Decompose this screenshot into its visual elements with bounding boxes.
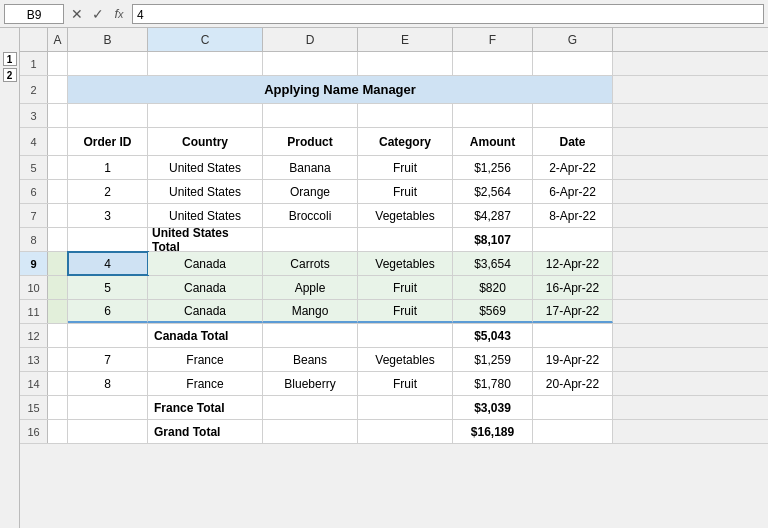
cell-date[interactable]: 6-Apr-22 [533, 180, 613, 203]
cell-category[interactable]: Vegetables [358, 204, 453, 227]
grand-total-label[interactable]: Grand Total [148, 420, 263, 443]
header-country[interactable]: Country [148, 128, 263, 155]
cell-a7[interactable] [48, 204, 68, 227]
cell-product[interactable]: Blueberry [263, 372, 358, 395]
cell-a1[interactable] [48, 52, 68, 75]
cell-amount[interactable]: $2,564 [453, 180, 533, 203]
outline-level-2[interactable]: 2 [3, 68, 17, 82]
subtotal-amount[interactable]: $8,107 [453, 228, 533, 251]
cell-a13[interactable] [48, 348, 68, 371]
cell-category[interactable]: Vegetables [358, 252, 453, 275]
cell-amount[interactable]: $569 [453, 300, 533, 323]
cell-product[interactable]: Orange [263, 180, 358, 203]
confirm-icon[interactable]: ✓ [89, 5, 107, 23]
cell-product[interactable]: Banana [263, 156, 358, 179]
cell-order-id[interactable]: 3 [68, 204, 148, 227]
cell-amount[interactable]: $3,654 [453, 252, 533, 275]
col-header-d[interactable]: D [263, 28, 358, 51]
header-date[interactable]: Date [533, 128, 613, 155]
cell-date[interactable]: 12-Apr-22 [533, 252, 613, 275]
cell-e15[interactable] [358, 396, 453, 419]
cell-g3[interactable] [533, 104, 613, 127]
cell-b1[interactable] [68, 52, 148, 75]
cell-e8[interactable] [358, 228, 453, 251]
formula-input[interactable]: 4 [132, 4, 764, 24]
subtotal-label[interactable]: Canada Total [148, 324, 263, 347]
cell-a6[interactable] [48, 180, 68, 203]
subtotal-amount[interactable]: $3,039 [453, 396, 533, 419]
col-header-f[interactable]: F [453, 28, 533, 51]
cell-category[interactable]: Fruit [358, 156, 453, 179]
cell-c3[interactable] [148, 104, 263, 127]
cell-date[interactable]: 16-Apr-22 [533, 276, 613, 299]
cell-category[interactable]: Fruit [358, 180, 453, 203]
cell-f1[interactable] [453, 52, 533, 75]
function-icon[interactable]: fx [110, 5, 128, 23]
cell-product[interactable]: Apple [263, 276, 358, 299]
cell-category[interactable]: Fruit [358, 276, 453, 299]
cell-order-id[interactable]: 8 [68, 372, 148, 395]
cell-reference-box[interactable]: B9 [4, 4, 64, 24]
cell-b8[interactable] [68, 228, 148, 251]
cell-g8[interactable] [533, 228, 613, 251]
cell-a15[interactable] [48, 396, 68, 419]
cell-date[interactable]: 19-Apr-22 [533, 348, 613, 371]
cell-d16[interactable] [263, 420, 358, 443]
cell-country[interactable]: France [148, 348, 263, 371]
cell-country[interactable]: United States [148, 156, 263, 179]
cell-country[interactable]: United States [148, 180, 263, 203]
cell-a12[interactable] [48, 324, 68, 347]
cell-e1[interactable] [358, 52, 453, 75]
cell-date[interactable]: 8-Apr-22 [533, 204, 613, 227]
cell-amount[interactable]: $4,287 [453, 204, 533, 227]
col-header-a[interactable]: A [48, 28, 68, 51]
cell-order-id[interactable]: 5 [68, 276, 148, 299]
col-header-g[interactable]: G [533, 28, 613, 51]
cell-product[interactable]: Beans [263, 348, 358, 371]
cell-date[interactable]: 20-Apr-22 [533, 372, 613, 395]
cancel-icon[interactable]: ✕ [68, 5, 86, 23]
cell-product[interactable]: Mango [263, 300, 358, 323]
cell-a5[interactable] [48, 156, 68, 179]
cell-category[interactable]: Vegetables [358, 348, 453, 371]
cell-product[interactable]: Carrots [263, 252, 358, 275]
cell-order-id[interactable]: 7 [68, 348, 148, 371]
cell-country[interactable]: Canada [148, 252, 263, 275]
cell-country[interactable]: Canada [148, 300, 263, 323]
cell-f3[interactable] [453, 104, 533, 127]
cell-e16[interactable] [358, 420, 453, 443]
cell-g1[interactable] [533, 52, 613, 75]
cell-b16[interactable] [68, 420, 148, 443]
subtotal-amount[interactable]: $5,043 [453, 324, 533, 347]
cell-country[interactable]: Canada [148, 276, 263, 299]
header-order-id[interactable]: Order ID [68, 128, 148, 155]
cell-date[interactable]: 17-Apr-22 [533, 300, 613, 323]
cell-e12[interactable] [358, 324, 453, 347]
cell-amount[interactable]: $1,256 [453, 156, 533, 179]
grand-total-amount[interactable]: $16,189 [453, 420, 533, 443]
cell-d1[interactable] [263, 52, 358, 75]
cell-a3[interactable] [48, 104, 68, 127]
cell-g12[interactable] [533, 324, 613, 347]
cell-d3[interactable] [263, 104, 358, 127]
cell-a8[interactable] [48, 228, 68, 251]
subtotal-label[interactable]: France Total [148, 396, 263, 419]
cell-amount[interactable]: $820 [453, 276, 533, 299]
cell-a16[interactable] [48, 420, 68, 443]
cell-a9[interactable] [48, 252, 68, 275]
cell-a10[interactable] [48, 276, 68, 299]
cell-d15[interactable] [263, 396, 358, 419]
subtotal-label[interactable]: United States Total [148, 228, 263, 251]
cell-a4[interactable] [48, 128, 68, 155]
cell-date[interactable]: 2-Apr-22 [533, 156, 613, 179]
cell-a14[interactable] [48, 372, 68, 395]
header-category[interactable]: Category [358, 128, 453, 155]
cell-order-id[interactable]: 2 [68, 180, 148, 203]
cell-e3[interactable] [358, 104, 453, 127]
cell-amount[interactable]: $1,259 [453, 348, 533, 371]
cell-country[interactable]: United States [148, 204, 263, 227]
cell-c1[interactable] [148, 52, 263, 75]
cell-a11[interactable] [48, 300, 68, 323]
cell-b15[interactable] [68, 396, 148, 419]
title-cell[interactable]: Applying Name Manager [68, 76, 613, 103]
